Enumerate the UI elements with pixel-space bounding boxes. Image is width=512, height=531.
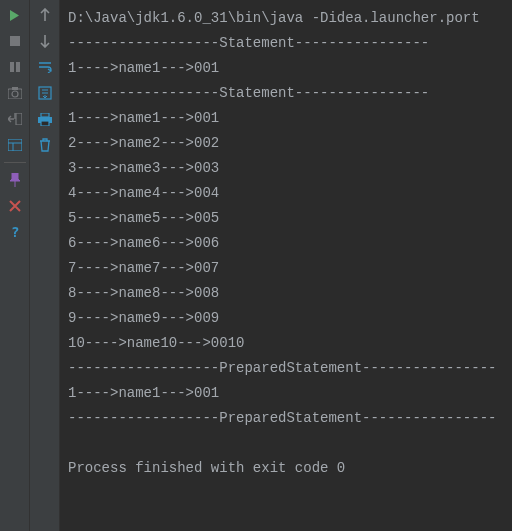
console-line: ------------------Statement-------------…: [68, 81, 512, 106]
svg-rect-12: [41, 113, 49, 117]
console-gutter: [30, 0, 60, 531]
svg-rect-14: [41, 121, 49, 126]
svg-point-4: [12, 91, 18, 97]
close-icon[interactable]: [6, 197, 24, 215]
scroll-end-icon[interactable]: [36, 84, 54, 102]
console-line: 10---->name10--->0010: [68, 331, 512, 356]
console-line: 6---->name6--->006: [68, 231, 512, 256]
clear-icon[interactable]: [36, 136, 54, 154]
svg-text:?: ?: [11, 225, 19, 239]
console-line: 8---->name8--->008: [68, 281, 512, 306]
pause-icon[interactable]: [6, 58, 24, 76]
console-line: 5---->name5--->005: [68, 206, 512, 231]
pin-icon[interactable]: [6, 171, 24, 189]
console-line: 2---->name2--->002: [68, 131, 512, 156]
arrow-up-icon[interactable]: [36, 6, 54, 24]
help-icon[interactable]: ?: [6, 223, 24, 241]
layout-icon[interactable]: [6, 136, 24, 154]
svg-rect-2: [16, 62, 20, 72]
run-icon[interactable]: [6, 6, 24, 24]
arrow-down-icon[interactable]: [36, 32, 54, 50]
console-line: ------------------PreparedStatement-----…: [68, 356, 512, 381]
console-output[interactable]: D:\Java\jdk1.6.0_31\bin\java -Didea.laun…: [60, 0, 512, 531]
console-line: D:\Java\jdk1.6.0_31\bin\java -Didea.laun…: [68, 6, 512, 31]
console-line: ------------------Statement-------------…: [68, 31, 512, 56]
console-line: ------------------PreparedStatement-----…: [68, 406, 512, 431]
console-line: Process finished with exit code 0: [68, 456, 512, 481]
stop-icon[interactable]: [6, 32, 24, 50]
svg-rect-6: [16, 113, 22, 125]
console-line: 1---->name1--->001: [68, 56, 512, 81]
svg-rect-0: [10, 36, 20, 46]
console-line: 9---->name9--->009: [68, 306, 512, 331]
console-line: 4---->name4--->004: [68, 181, 512, 206]
soft-wrap-icon[interactable]: [36, 58, 54, 76]
console-line: 7---->name7--->007: [68, 256, 512, 281]
svg-rect-5: [12, 87, 18, 90]
svg-rect-7: [8, 139, 22, 151]
console-line: 3---->name3--->003: [68, 156, 512, 181]
exit-icon[interactable]: [6, 110, 24, 128]
run-gutter: ?: [0, 0, 30, 531]
print-icon[interactable]: [36, 110, 54, 128]
svg-rect-1: [10, 62, 14, 72]
console-line: 1---->name1--->001: [68, 106, 512, 131]
console-line: 1---->name1--->001: [68, 381, 512, 406]
console-line: [68, 431, 512, 456]
camera-icon[interactable]: [6, 84, 24, 102]
gutter-divider: [4, 162, 26, 163]
